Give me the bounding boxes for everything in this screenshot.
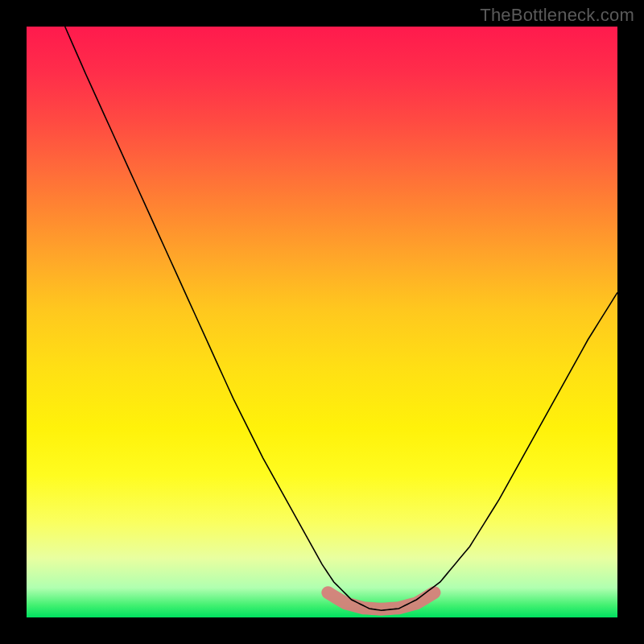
watermark-text: TheBottleneck.com bbox=[480, 5, 634, 26]
chart-svg bbox=[27, 27, 617, 617]
optimal-range-band bbox=[328, 592, 434, 609]
bottleneck-curve-line bbox=[65, 27, 617, 610]
chart-plot-area bbox=[27, 27, 617, 617]
